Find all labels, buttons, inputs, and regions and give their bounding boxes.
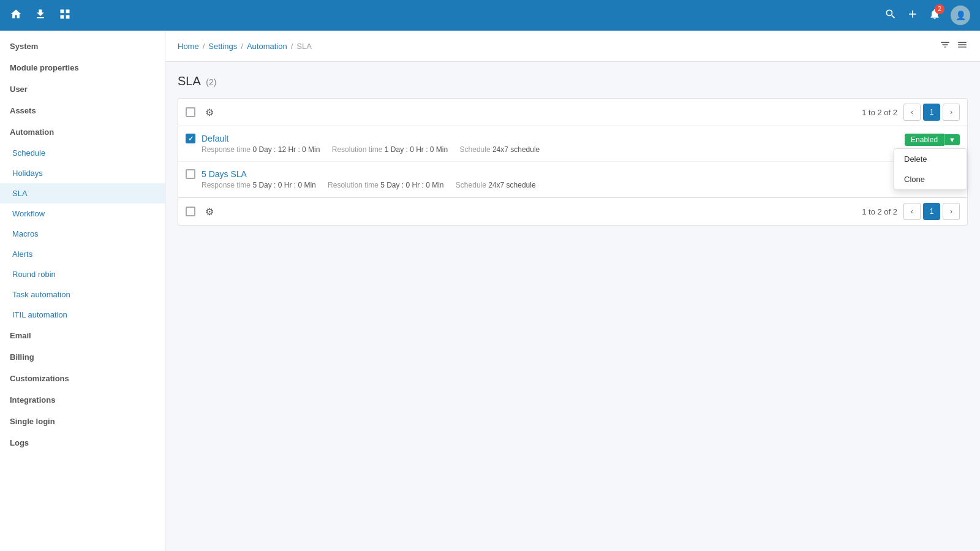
pagination-controls: ‹ 1 › xyxy=(903,104,960,121)
resolution-time-label: Resolution time xyxy=(332,145,385,154)
row-checkbox-5days[interactable] xyxy=(186,169,195,179)
search-icon[interactable] xyxy=(884,8,897,23)
sidebar-item-itil-automation[interactable]: ITIL automation xyxy=(0,305,165,325)
sla-name-default[interactable]: Default xyxy=(202,134,899,143)
sla-meta-5days: Response time 5 Day : 0 Hr : 0 Min Resol… xyxy=(202,181,960,189)
toolbar-left: ⚙ xyxy=(186,105,217,120)
main-content: Home / Settings / Automation / SLA SLA xyxy=(165,31,980,551)
top-toolbar: ⚙ 1 to 2 of 2 ‹ 1 › xyxy=(178,98,968,126)
schedule-label: Schedule xyxy=(460,145,492,154)
sidebar-item-sla[interactable]: SLA xyxy=(0,183,165,203)
sla-table: Default Response time 0 Day : 12 Hr : 0 … xyxy=(178,126,968,198)
page-title: SLA (2) xyxy=(178,74,968,88)
sidebar-item-email[interactable]: Email xyxy=(0,325,165,346)
footer-pagination-text: 1 to 2 of 2 xyxy=(862,207,897,216)
sla-row-content-default: Default Response time 0 Day : 12 Hr : 0 … xyxy=(202,134,899,154)
breadcrumb-sep-1: / xyxy=(203,42,205,51)
page-1-button[interactable]: 1 xyxy=(923,104,940,121)
footer-page-1[interactable]: 1 xyxy=(923,203,940,220)
sidebar-item-single-login[interactable]: Single login xyxy=(0,411,165,432)
bottom-toolbar: ⚙ 1 to 2 of 2 ‹ 1 › xyxy=(178,198,968,226)
toolbar-right: 1 to 2 of 2 ‹ 1 › xyxy=(862,104,960,121)
response-time-value-default: 0 Day : 12 Hr : 0 Min xyxy=(252,145,320,154)
pagination-text: 1 to 2 of 2 xyxy=(862,108,897,117)
status-badge-default: Enabled ▼ xyxy=(905,134,960,146)
breadcrumb-bar: Home / Settings / Automation / SLA xyxy=(165,31,980,62)
sidebar-item-holidays[interactable]: Holidays xyxy=(0,163,165,183)
breadcrumb-automation[interactable]: Automation xyxy=(247,42,287,51)
sidebar-item-task-automation[interactable]: Task automation xyxy=(0,284,165,305)
sidebar-item-integrations[interactable]: Integrations xyxy=(0,389,165,411)
add-icon[interactable] xyxy=(907,8,919,23)
footer-select-all-checkbox[interactable] xyxy=(186,207,195,216)
sidebar-item-customizations[interactable]: Customizations xyxy=(0,368,165,389)
avatar[interactable]: 👤 xyxy=(951,6,970,25)
breadcrumb-actions xyxy=(940,39,968,53)
schedule-value-5days: 24x7 schedule xyxy=(488,181,535,189)
footer-prev-page[interactable]: ‹ xyxy=(903,203,921,220)
response-time-label: Response time xyxy=(202,145,252,154)
clone-menu-item[interactable]: Clone xyxy=(894,169,967,189)
avatar-initials: 👤 xyxy=(956,10,966,20)
sidebar-item-schedule[interactable]: Schedule xyxy=(0,143,165,163)
enabled-label: Enabled xyxy=(905,134,944,146)
resolution-time-value-default: 1 Day : 0 Hr : 0 Min xyxy=(385,145,448,154)
sidebar-item-logs[interactable]: Logs xyxy=(0,432,165,454)
notification-badge: 2 xyxy=(935,4,944,14)
context-menu: Delete Clone xyxy=(894,148,967,190)
footer-pagination-controls: ‹ 1 › xyxy=(903,203,960,220)
table-row: Default Response time 0 Day : 12 Hr : 0 … xyxy=(178,126,967,162)
breadcrumb-sep-3: / xyxy=(291,42,293,51)
sidebar-item-system[interactable]: System xyxy=(0,36,165,57)
menu-icon[interactable] xyxy=(957,39,968,53)
filter-icon[interactable] xyxy=(940,39,951,53)
sidebar-item-user[interactable]: User xyxy=(0,78,165,100)
schedule-value-default: 24x7 schedule xyxy=(492,145,540,154)
delete-menu-item[interactable]: Delete xyxy=(894,149,967,169)
response-time-value-5days: 5 Day : 0 Hr : 0 Min xyxy=(252,181,315,189)
upload-icon[interactable] xyxy=(34,8,47,23)
topnav-left xyxy=(10,8,71,23)
gear-button[interactable]: ⚙ xyxy=(202,105,217,120)
prev-page-button[interactable]: ‹ xyxy=(903,104,921,121)
grid-icon[interactable] xyxy=(59,8,71,23)
status-dropdown-btn[interactable]: ▼ xyxy=(944,134,960,145)
next-page-button[interactable]: › xyxy=(943,104,960,121)
sla-row-content-5days: 5 Days SLA Response time 5 Day : 0 Hr : … xyxy=(202,169,960,189)
sidebar-item-round-robin[interactable]: Round robin xyxy=(0,264,165,284)
footer-next-page[interactable]: › xyxy=(943,203,960,220)
select-all-checkbox[interactable] xyxy=(186,107,195,117)
resolution-time-label-5days: Resolution time xyxy=(328,181,380,189)
main-layout: System Module properties User Assets Aut… xyxy=(0,31,980,551)
sidebar-item-billing[interactable]: Billing xyxy=(0,346,165,368)
home-icon[interactable] xyxy=(10,8,22,23)
sidebar: System Module properties User Assets Aut… xyxy=(0,31,165,551)
schedule-label-5days: Schedule xyxy=(456,181,488,189)
footer-left: ⚙ xyxy=(186,205,217,219)
breadcrumb-sla: SLA xyxy=(296,42,312,51)
status-area: Enabled ▼ xyxy=(905,134,960,146)
resolution-time-value-5days: 5 Day : 0 Hr : 0 Min xyxy=(380,181,443,189)
sla-name-5days[interactable]: 5 Days SLA xyxy=(202,169,960,179)
sla-meta-default: Response time 0 Day : 12 Hr : 0 Min Reso… xyxy=(202,145,899,154)
sidebar-item-assets[interactable]: Assets xyxy=(0,100,165,121)
topnav-right: 2 👤 xyxy=(884,6,970,25)
sidebar-item-alerts[interactable]: Alerts xyxy=(0,244,165,264)
page-content-area: SLA (2) ⚙ 1 to 2 of 2 ‹ 1 › xyxy=(165,62,980,238)
top-navigation: 2 👤 xyxy=(0,0,980,31)
row-checkbox-default[interactable] xyxy=(186,134,195,143)
notification-icon[interactable]: 2 xyxy=(929,8,941,23)
sidebar-item-workflow[interactable]: Workflow xyxy=(0,203,165,224)
sla-count: (2) xyxy=(206,77,216,87)
breadcrumb-sep-2: / xyxy=(241,42,243,51)
footer-gear-button[interactable]: ⚙ xyxy=(202,205,217,219)
breadcrumb-home[interactable]: Home xyxy=(178,42,199,51)
breadcrumb-settings[interactable]: Settings xyxy=(208,42,237,51)
sidebar-item-automation[interactable]: Automation xyxy=(0,121,165,143)
response-time-label-5days: Response time xyxy=(202,181,252,189)
sidebar-item-macros[interactable]: Macros xyxy=(0,224,165,244)
sidebar-item-module-properties[interactable]: Module properties xyxy=(0,57,165,78)
footer-right: 1 to 2 of 2 ‹ 1 › xyxy=(862,203,960,220)
table-row: 5 Days SLA Response time 5 Day : 0 Hr : … xyxy=(178,162,967,197)
breadcrumb: Home / Settings / Automation / SLA xyxy=(178,42,312,51)
